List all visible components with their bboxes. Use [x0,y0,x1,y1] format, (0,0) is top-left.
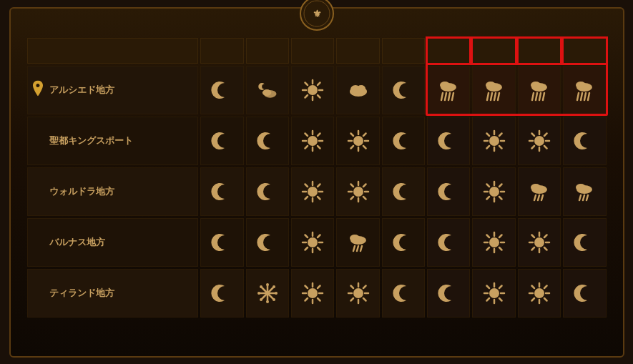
svg-point-157 [260,298,262,301]
table-row: バルナス地方 [27,218,607,267]
weather-cell-2 [291,66,334,114]
svg-line-127 [360,246,362,251]
weather-icon-sun [474,129,513,152]
header-0b [427,38,470,64]
weather-icon-crescent [202,282,241,305]
svg-line-122 [305,247,308,250]
svg-line-39 [584,93,586,100]
header-18a [382,38,425,64]
svg-line-49 [305,146,308,149]
svg-line-107 [538,195,539,200]
location-name: ティランド地方 [49,287,114,298]
weather-cell-6 [472,66,515,114]
weather-icon-rain [565,180,604,203]
weather-icon-sun [520,231,559,254]
svg-point-5 [308,85,318,95]
svg-line-10 [305,82,308,85]
weather-icon-sun [474,282,513,305]
svg-line-134 [499,247,502,250]
svg-point-50 [353,136,363,146]
svg-line-143 [544,247,547,250]
weather-icon-crescent [384,79,423,102]
svg-line-166 [305,298,308,301]
svg-point-68 [534,136,544,146]
svg-line-93 [363,184,366,187]
weather-icon-sun [338,180,377,203]
svg-line-172 [350,285,353,288]
svg-point-4 [262,89,271,96]
svg-point-124 [350,235,360,242]
weather-icon-crescent [202,180,241,203]
weather-table-container: アルシエド地方 [25,36,609,349]
svg-line-173 [363,298,366,301]
svg-line-136 [486,247,489,250]
svg-point-176 [489,288,499,298]
weather-icon-sun [293,79,332,102]
svg-line-33 [539,93,541,100]
weather-cell-8 [563,167,606,216]
svg-line-27 [494,93,496,100]
weather-cell-1 [246,117,289,165]
weather-cell-7 [518,66,561,114]
svg-line-84 [318,184,320,187]
weather-icon-crescent [202,129,241,152]
svg-point-150 [266,283,269,286]
svg-line-32 [536,93,537,100]
header-current [200,38,243,64]
weather-icon-crescent [429,180,468,203]
svg-point-24 [486,82,496,89]
weather-cell-4 [382,218,425,267]
svg-line-133 [486,235,489,237]
svg-line-182 [499,298,502,301]
weather-icon-crescent [384,282,423,305]
weather-icon-crescent [565,282,604,305]
svg-line-85 [305,197,308,200]
weather-cell-8 [563,117,606,165]
weather-icon-sun [293,282,332,305]
svg-line-103 [486,197,489,200]
svg-point-128 [489,237,499,247]
svg-line-22 [452,93,453,100]
weather-cell-8 [563,269,606,318]
weather-icon-sun [293,231,332,254]
weather-icon-sun [338,129,377,152]
svg-point-110 [576,184,586,191]
svg-line-193 [531,298,534,301]
weather-table: アルシエド地方 [25,36,609,320]
table-row: 聖都キングスポート [27,117,607,165]
weather-cell-3 [336,66,379,114]
svg-line-48 [318,133,320,136]
svg-line-26 [491,93,492,100]
svg-point-137 [534,237,544,247]
svg-line-55 [350,133,353,136]
svg-point-105 [531,184,541,191]
weather-icon-sun [474,180,513,203]
svg-line-47 [318,146,320,149]
weather-cell-3 [336,218,379,267]
weather-cell-1 [246,66,289,114]
weather-cell-1 [246,218,289,267]
svg-text:⚜: ⚜ [312,8,321,19]
svg-line-19 [441,93,443,100]
weather-icon-crescent [384,180,423,203]
svg-line-64 [486,133,489,136]
weather-cell-0 [200,117,243,165]
svg-line-40 [588,93,589,100]
svg-point-153 [275,292,278,295]
svg-point-18 [440,82,450,89]
svg-line-73 [531,133,534,136]
header-0a [246,38,289,64]
table-row: ティランド地方 [27,269,607,318]
svg-line-66 [499,133,502,136]
weather-cell-0 [200,167,243,216]
weather-icon-crescent [202,231,241,254]
weather-icon-sun [520,282,559,305]
weather-icon-crescent [565,231,604,254]
svg-point-114 [308,237,318,247]
weather-icon-crescent [429,129,468,152]
svg-point-77 [308,187,318,197]
svg-line-190 [531,285,534,288]
svg-point-59 [489,136,499,146]
weather-icon-sun [293,129,332,152]
weather-icon-cloud_moon [248,79,287,102]
